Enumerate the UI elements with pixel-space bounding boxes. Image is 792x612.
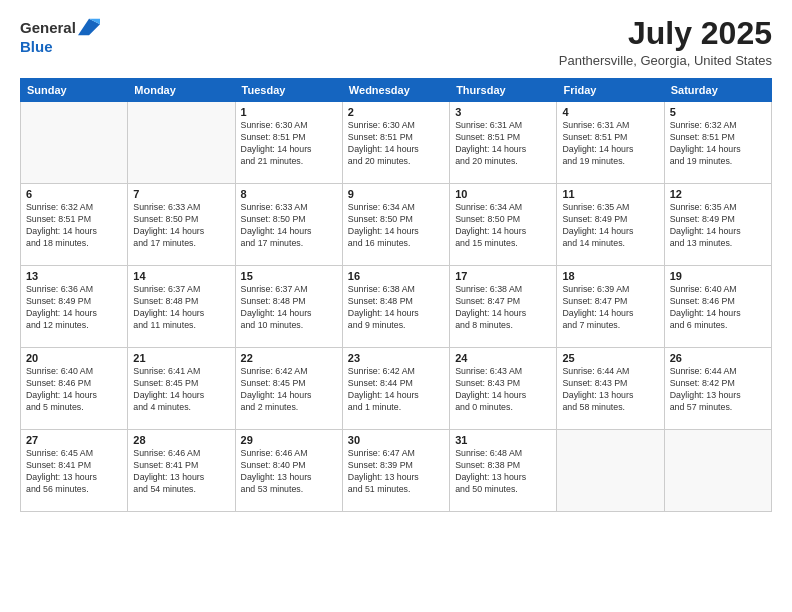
day-number: 12	[670, 188, 766, 200]
logo: General Blue	[20, 16, 100, 56]
day-detail: Sunrise: 6:31 AM Sunset: 8:51 PM Dayligh…	[562, 120, 658, 168]
day-detail: Sunrise: 6:38 AM Sunset: 8:48 PM Dayligh…	[348, 284, 444, 332]
day-detail: Sunrise: 6:44 AM Sunset: 8:43 PM Dayligh…	[562, 366, 658, 414]
day-detail: Sunrise: 6:36 AM Sunset: 8:49 PM Dayligh…	[26, 284, 122, 332]
calendar-cell	[128, 102, 235, 184]
calendar-cell: 21Sunrise: 6:41 AM Sunset: 8:45 PM Dayli…	[128, 348, 235, 430]
calendar-cell: 30Sunrise: 6:47 AM Sunset: 8:39 PM Dayli…	[342, 430, 449, 512]
calendar-week-1: 1Sunrise: 6:30 AM Sunset: 8:51 PM Daylig…	[21, 102, 772, 184]
day-number: 31	[455, 434, 551, 446]
day-detail: Sunrise: 6:47 AM Sunset: 8:39 PM Dayligh…	[348, 448, 444, 496]
day-number: 4	[562, 106, 658, 118]
calendar-cell	[664, 430, 771, 512]
calendar-cell: 5Sunrise: 6:32 AM Sunset: 8:51 PM Daylig…	[664, 102, 771, 184]
day-number: 26	[670, 352, 766, 364]
calendar-cell: 18Sunrise: 6:39 AM Sunset: 8:47 PM Dayli…	[557, 266, 664, 348]
day-detail: Sunrise: 6:30 AM Sunset: 8:51 PM Dayligh…	[241, 120, 337, 168]
day-detail: Sunrise: 6:42 AM Sunset: 8:45 PM Dayligh…	[241, 366, 337, 414]
calendar-cell: 22Sunrise: 6:42 AM Sunset: 8:45 PM Dayli…	[235, 348, 342, 430]
calendar-cell: 24Sunrise: 6:43 AM Sunset: 8:43 PM Dayli…	[450, 348, 557, 430]
day-number: 24	[455, 352, 551, 364]
day-detail: Sunrise: 6:46 AM Sunset: 8:41 PM Dayligh…	[133, 448, 229, 496]
calendar-cell: 15Sunrise: 6:37 AM Sunset: 8:48 PM Dayli…	[235, 266, 342, 348]
day-detail: Sunrise: 6:32 AM Sunset: 8:51 PM Dayligh…	[670, 120, 766, 168]
col-saturday: Saturday	[664, 79, 771, 102]
calendar-week-4: 20Sunrise: 6:40 AM Sunset: 8:46 PM Dayli…	[21, 348, 772, 430]
day-number: 8	[241, 188, 337, 200]
day-number: 30	[348, 434, 444, 446]
title-block: July 2025 Panthersville, Georgia, United…	[559, 16, 772, 68]
calendar-cell: 4Sunrise: 6:31 AM Sunset: 8:51 PM Daylig…	[557, 102, 664, 184]
calendar-cell	[21, 102, 128, 184]
day-number: 2	[348, 106, 444, 118]
logo-blue: Blue	[20, 38, 53, 55]
calendar-cell: 10Sunrise: 6:34 AM Sunset: 8:50 PM Dayli…	[450, 184, 557, 266]
calendar-cell: 16Sunrise: 6:38 AM Sunset: 8:48 PM Dayli…	[342, 266, 449, 348]
day-number: 13	[26, 270, 122, 282]
calendar-cell: 1Sunrise: 6:30 AM Sunset: 8:51 PM Daylig…	[235, 102, 342, 184]
calendar-cell: 31Sunrise: 6:48 AM Sunset: 8:38 PM Dayli…	[450, 430, 557, 512]
day-detail: Sunrise: 6:42 AM Sunset: 8:44 PM Dayligh…	[348, 366, 444, 414]
calendar-week-3: 13Sunrise: 6:36 AM Sunset: 8:49 PM Dayli…	[21, 266, 772, 348]
col-thursday: Thursday	[450, 79, 557, 102]
col-tuesday: Tuesday	[235, 79, 342, 102]
day-number: 18	[562, 270, 658, 282]
calendar-week-5: 27Sunrise: 6:45 AM Sunset: 8:41 PM Dayli…	[21, 430, 772, 512]
calendar-cell: 6Sunrise: 6:32 AM Sunset: 8:51 PM Daylig…	[21, 184, 128, 266]
calendar-cell: 23Sunrise: 6:42 AM Sunset: 8:44 PM Dayli…	[342, 348, 449, 430]
day-detail: Sunrise: 6:41 AM Sunset: 8:45 PM Dayligh…	[133, 366, 229, 414]
col-monday: Monday	[128, 79, 235, 102]
day-detail: Sunrise: 6:37 AM Sunset: 8:48 PM Dayligh…	[241, 284, 337, 332]
day-number: 10	[455, 188, 551, 200]
calendar-cell: 17Sunrise: 6:38 AM Sunset: 8:47 PM Dayli…	[450, 266, 557, 348]
day-number: 19	[670, 270, 766, 282]
day-number: 1	[241, 106, 337, 118]
day-detail: Sunrise: 6:45 AM Sunset: 8:41 PM Dayligh…	[26, 448, 122, 496]
day-number: 23	[348, 352, 444, 364]
calendar-cell: 8Sunrise: 6:33 AM Sunset: 8:50 PM Daylig…	[235, 184, 342, 266]
day-detail: Sunrise: 6:30 AM Sunset: 8:51 PM Dayligh…	[348, 120, 444, 168]
calendar-table: Sunday Monday Tuesday Wednesday Thursday…	[20, 78, 772, 512]
calendar-cell: 3Sunrise: 6:31 AM Sunset: 8:51 PM Daylig…	[450, 102, 557, 184]
day-number: 17	[455, 270, 551, 282]
day-detail: Sunrise: 6:34 AM Sunset: 8:50 PM Dayligh…	[455, 202, 551, 250]
logo-general: General	[20, 19, 76, 36]
logo-icon	[78, 16, 100, 38]
calendar-cell	[557, 430, 664, 512]
subtitle: Panthersville, Georgia, United States	[559, 53, 772, 68]
col-wednesday: Wednesday	[342, 79, 449, 102]
day-detail: Sunrise: 6:46 AM Sunset: 8:40 PM Dayligh…	[241, 448, 337, 496]
day-detail: Sunrise: 6:32 AM Sunset: 8:51 PM Dayligh…	[26, 202, 122, 250]
calendar-cell: 26Sunrise: 6:44 AM Sunset: 8:42 PM Dayli…	[664, 348, 771, 430]
day-detail: Sunrise: 6:39 AM Sunset: 8:47 PM Dayligh…	[562, 284, 658, 332]
calendar-header-row: Sunday Monday Tuesday Wednesday Thursday…	[21, 79, 772, 102]
day-number: 6	[26, 188, 122, 200]
calendar-week-2: 6Sunrise: 6:32 AM Sunset: 8:51 PM Daylig…	[21, 184, 772, 266]
day-number: 20	[26, 352, 122, 364]
day-number: 11	[562, 188, 658, 200]
day-detail: Sunrise: 6:48 AM Sunset: 8:38 PM Dayligh…	[455, 448, 551, 496]
header: General Blue July 2025 Panthersville, Ge…	[20, 16, 772, 68]
day-number: 29	[241, 434, 337, 446]
day-detail: Sunrise: 6:37 AM Sunset: 8:48 PM Dayligh…	[133, 284, 229, 332]
calendar-cell: 19Sunrise: 6:40 AM Sunset: 8:46 PM Dayli…	[664, 266, 771, 348]
day-number: 14	[133, 270, 229, 282]
calendar-cell: 9Sunrise: 6:34 AM Sunset: 8:50 PM Daylig…	[342, 184, 449, 266]
day-number: 3	[455, 106, 551, 118]
day-detail: Sunrise: 6:43 AM Sunset: 8:43 PM Dayligh…	[455, 366, 551, 414]
day-detail: Sunrise: 6:40 AM Sunset: 8:46 PM Dayligh…	[26, 366, 122, 414]
col-sunday: Sunday	[21, 79, 128, 102]
day-detail: Sunrise: 6:38 AM Sunset: 8:47 PM Dayligh…	[455, 284, 551, 332]
day-detail: Sunrise: 6:40 AM Sunset: 8:46 PM Dayligh…	[670, 284, 766, 332]
day-number: 28	[133, 434, 229, 446]
day-detail: Sunrise: 6:31 AM Sunset: 8:51 PM Dayligh…	[455, 120, 551, 168]
day-number: 25	[562, 352, 658, 364]
calendar-cell: 11Sunrise: 6:35 AM Sunset: 8:49 PM Dayli…	[557, 184, 664, 266]
calendar-cell: 29Sunrise: 6:46 AM Sunset: 8:40 PM Dayli…	[235, 430, 342, 512]
calendar-cell: 2Sunrise: 6:30 AM Sunset: 8:51 PM Daylig…	[342, 102, 449, 184]
day-detail: Sunrise: 6:35 AM Sunset: 8:49 PM Dayligh…	[670, 202, 766, 250]
calendar-cell: 27Sunrise: 6:45 AM Sunset: 8:41 PM Dayli…	[21, 430, 128, 512]
day-number: 22	[241, 352, 337, 364]
col-friday: Friday	[557, 79, 664, 102]
day-detail: Sunrise: 6:33 AM Sunset: 8:50 PM Dayligh…	[241, 202, 337, 250]
